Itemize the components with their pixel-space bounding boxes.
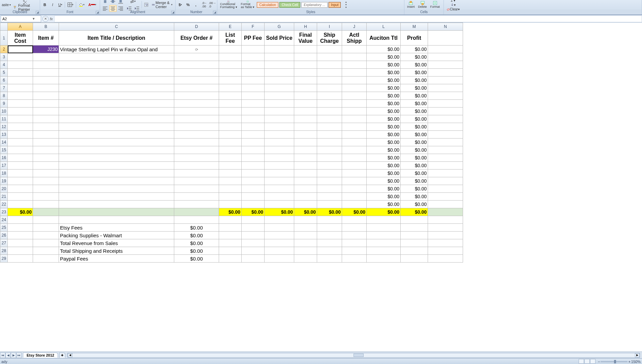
- cell-N16[interactable]: [428, 154, 463, 162]
- cell-C9[interactable]: [59, 100, 174, 108]
- paste-button[interactable]: aste ▾: [1, 1, 11, 8]
- cell-F13[interactable]: [242, 131, 265, 139]
- horizontal-scrollbar[interactable]: ◀ ▶: [67, 353, 640, 358]
- cell-F17[interactable]: [242, 162, 265, 170]
- view-page-break-button[interactable]: [590, 359, 595, 364]
- cell-E28[interactable]: [219, 247, 242, 255]
- cell-I21[interactable]: [317, 193, 342, 201]
- col-header-C[interactable]: C: [59, 23, 174, 31]
- cell-J9[interactable]: [342, 100, 367, 108]
- cell-J29[interactable]: [342, 255, 367, 263]
- cell-A16[interactable]: [8, 154, 33, 162]
- cell-H18[interactable]: [294, 170, 317, 177]
- cell-J11[interactable]: [342, 115, 367, 123]
- cell-G11[interactable]: [265, 115, 294, 123]
- cell-C16[interactable]: [59, 154, 174, 162]
- cell-J24[interactable]: [342, 216, 367, 224]
- col-header-F[interactable]: F: [242, 23, 265, 31]
- cell-A12[interactable]: [8, 123, 33, 131]
- cell-F14[interactable]: [242, 139, 265, 146]
- cell-N9[interactable]: [428, 100, 463, 108]
- font-launcher[interactable]: ◢: [96, 11, 99, 14]
- header-cell-G[interactable]: Sold Price: [265, 31, 294, 46]
- row-header-14[interactable]: 14: [0, 139, 8, 146]
- tab-last-button[interactable]: ⏭: [16, 353, 22, 358]
- merge-center-button[interactable]: Merge & Center▾: [151, 1, 174, 8]
- cell-A11[interactable]: [8, 115, 33, 123]
- autosum-button[interactable]: Σ ▾: [445, 0, 461, 2]
- cell-B18[interactable]: [33, 170, 59, 177]
- cell-G8[interactable]: [265, 92, 294, 100]
- alignment-launcher[interactable]: ◢: [171, 11, 175, 14]
- cell-M23[interactable]: $0.00: [401, 208, 428, 216]
- name-box[interactable]: ▾: [1, 16, 41, 22]
- cell-N3[interactable]: [428, 53, 463, 61]
- cell-H27[interactable]: [294, 239, 317, 247]
- cell-D28[interactable]: $0.00: [174, 247, 219, 255]
- cell-A8[interactable]: [8, 92, 33, 100]
- accounting-format-button[interactable]: $▾: [177, 1, 184, 8]
- col-header-G[interactable]: G: [265, 23, 294, 31]
- cell-I26[interactable]: [317, 232, 342, 239]
- cell-M5[interactable]: $0.00: [401, 69, 428, 77]
- cell-N19[interactable]: [428, 177, 463, 185]
- cell-F27[interactable]: [242, 239, 265, 247]
- italic-button[interactable]: I: [49, 1, 56, 8]
- row-header-15[interactable]: 15: [0, 146, 8, 154]
- cell-M20[interactable]: $0.00: [401, 185, 428, 193]
- cell-M11[interactable]: $0.00: [401, 115, 428, 123]
- cell-M22[interactable]: $0.00: [401, 201, 428, 208]
- cell-D9[interactable]: [174, 100, 219, 108]
- cell-G3[interactable]: [265, 53, 294, 61]
- col-header-I[interactable]: I: [317, 23, 342, 31]
- cell-F15[interactable]: [242, 146, 265, 154]
- cell-J22[interactable]: [342, 201, 367, 208]
- cell-L27[interactable]: [367, 239, 401, 247]
- header-cell-H[interactable]: Final Value: [294, 31, 317, 46]
- row-header-25[interactable]: 25: [0, 224, 8, 232]
- cell-F5[interactable]: [242, 69, 265, 77]
- cell-G27[interactable]: [265, 239, 294, 247]
- styles-scroll-down[interactable]: ▾: [343, 3, 349, 6]
- cell-E24[interactable]: [219, 216, 242, 224]
- cell-H6[interactable]: [294, 77, 317, 84]
- cell-E6[interactable]: [219, 77, 242, 84]
- cell-I8[interactable]: [317, 92, 342, 100]
- cell-J4[interactable]: [342, 61, 367, 69]
- cell-C15[interactable]: [59, 146, 174, 154]
- cell-B20[interactable]: [33, 185, 59, 193]
- cell-D20[interactable]: [174, 185, 219, 193]
- cell-B10[interactable]: [33, 108, 59, 115]
- cell-J26[interactable]: [342, 232, 367, 239]
- header-cell-M[interactable]: Profit: [401, 31, 428, 46]
- cell-M25[interactable]: [401, 224, 428, 232]
- cell-N12[interactable]: [428, 123, 463, 131]
- cell-B27[interactable]: [33, 239, 59, 247]
- cell-D6[interactable]: [174, 77, 219, 84]
- row-header-29[interactable]: 29: [0, 255, 8, 263]
- cell-C6[interactable]: [59, 77, 174, 84]
- cell-A17[interactable]: [8, 162, 33, 170]
- cell-E22[interactable]: [219, 201, 242, 208]
- row-header-17[interactable]: 17: [0, 162, 8, 170]
- cell-M12[interactable]: $0.00: [401, 123, 428, 131]
- cell-A28[interactable]: [8, 247, 33, 255]
- cell-C21[interactable]: [59, 193, 174, 201]
- cell-M24[interactable]: [401, 216, 428, 224]
- insert-button[interactable]: Insert: [406, 0, 416, 9]
- cell-D14[interactable]: [174, 139, 219, 146]
- comma-format-button[interactable]: ,: [192, 1, 199, 8]
- cell-N28[interactable]: [428, 247, 463, 255]
- cell-B21[interactable]: [33, 193, 59, 201]
- select-all-corner[interactable]: [0, 23, 8, 31]
- row-header-6[interactable]: 6: [0, 77, 8, 84]
- cell-L15[interactable]: $0.00: [367, 146, 401, 154]
- cell-N21[interactable]: [428, 193, 463, 201]
- cell-G21[interactable]: [265, 193, 294, 201]
- cell-N14[interactable]: [428, 139, 463, 146]
- row-header-21[interactable]: 21: [0, 193, 8, 201]
- cell-M29[interactable]: [401, 255, 428, 263]
- cell-C10[interactable]: [59, 108, 174, 115]
- cell-J25[interactable]: [342, 224, 367, 232]
- tab-prev-button[interactable]: ◀: [5, 353, 11, 358]
